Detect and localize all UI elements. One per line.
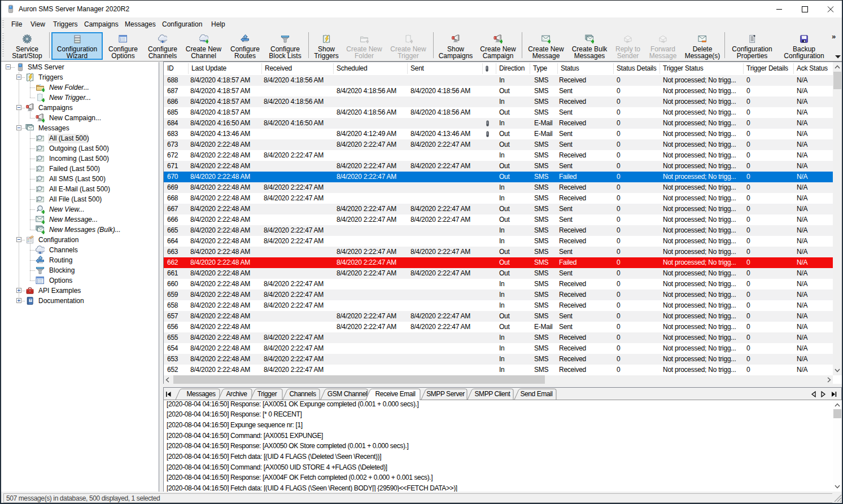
svg-text:SMPP Client: SMPP Client (475, 390, 511, 398)
svg-text:SMPP Server: SMPP Server (426, 390, 465, 398)
svg-text:Receive Email: Receive Email (375, 390, 416, 398)
svg-text:Trigger: Trigger (257, 390, 277, 398)
svg-text:GSM Channel: GSM Channel (327, 390, 367, 398)
svg-text:Send Email: Send Email (521, 390, 553, 398)
svg-text:Messages: Messages (186, 390, 216, 398)
svg-text:Channels: Channels (289, 390, 316, 398)
svg-text:Archive: Archive (226, 390, 248, 398)
